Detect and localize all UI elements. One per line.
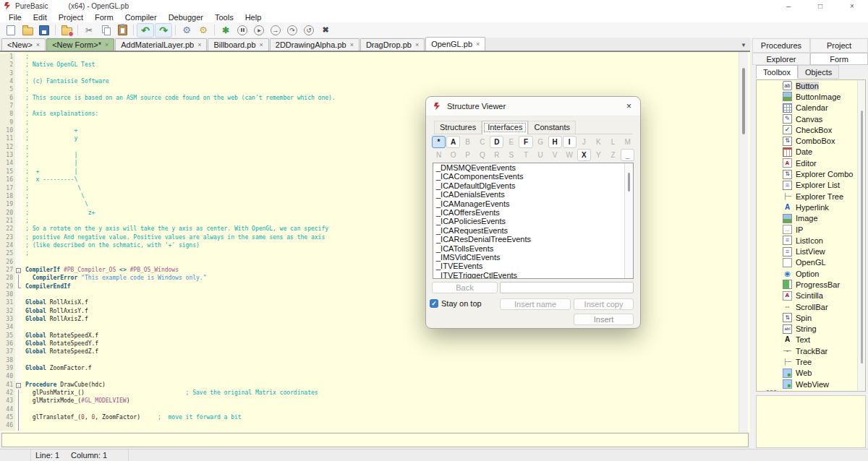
alphabet-filter-button[interactable]: T [519,149,532,161]
code-line[interactable]: 41Procedure DrawCube(hdc) [0,382,750,389]
list-scrollbar[interactable] [624,163,633,278]
step-over-button[interactable] [284,24,300,37]
menu-item[interactable]: Project [53,13,89,22]
alphabet-filter-button[interactable]: V [548,149,562,161]
stay-on-top-checkbox[interactable] [430,299,438,308]
dialog-tab[interactable]: Structures [434,121,482,134]
list-item[interactable]: _ICAPoliciesEvents [433,217,633,225]
toolbox-item[interactable]: CheckBox [757,124,865,135]
menu-item[interactable]: Help [239,13,268,22]
dialog-tab[interactable]: Constants [528,121,576,134]
tab-close-icon[interactable]: × [197,41,201,48]
alphabet-filter-button[interactable]: R [490,149,503,161]
alphabet-filter-button[interactable]: P [461,149,475,161]
debugger-button[interactable] [218,24,234,37]
alphabet-filter-button[interactable]: * [432,136,446,148]
paste-button[interactable] [114,24,130,37]
save-file-button[interactable] [36,24,52,37]
tab-close-icon[interactable]: × [36,41,40,48]
fold-marker-icon[interactable] [15,382,22,389]
minimize-button[interactable]: – [773,0,804,12]
toolbox-item[interactable]: Calendar [757,103,865,113]
toolbox-item[interactable]: ComboBox [757,135,865,146]
alphabet-filter-button[interactable]: Z [606,149,620,161]
open-file-button[interactable] [20,24,35,37]
scrollbar-thumb[interactable] [742,68,745,134]
alphabet-filter-button[interactable]: M [621,136,634,148]
menu-item[interactable]: Edit [27,13,53,22]
alphabet-filter-button[interactable]: J [577,136,591,148]
panel-tab[interactable]: Form [810,53,868,65]
toolbox-item[interactable]: ButtonImage [757,91,865,102]
panel-tab[interactable]: Objects [798,65,839,79]
editor-tab[interactable]: 2DDrawingAlpha.pb× [270,38,359,51]
menu-item[interactable]: Tools [209,13,239,22]
alphabet-filter-button[interactable]: Y [592,149,605,161]
toolbox-item[interactable]: String [757,324,865,335]
new-file-button[interactable] [3,24,19,37]
tab-close-icon[interactable]: × [105,41,109,48]
toolbox-item[interactable]: Canvas [757,113,865,124]
alphabet-filter-button[interactable]: G [534,136,548,148]
menu-item[interactable]: Compiler [119,13,163,22]
code-line[interactable]: 40 [0,373,750,381]
code-line[interactable]: 36Global RotateSpeedY.f [0,340,750,348]
toolbox-item[interactable]: ListIcon [757,235,865,246]
toolbox-item[interactable]: TrackBar [757,345,865,356]
toolbox-item[interactable]: Image [757,213,865,224]
toolbox-item[interactable]: Container [757,389,865,392]
alphabet-filter-button[interactable]: A [446,136,460,148]
alphabet-filter-button[interactable]: N [432,149,446,161]
toolbox-item[interactable]: Spin [757,312,865,323]
alphabet-filter-button[interactable]: C [475,136,489,148]
code-line[interactable]: 4; (c) Fantaisie Software [0,78,750,86]
alphabet-filter-button[interactable]: I [563,136,576,148]
toolbox-item[interactable]: IP [757,224,865,235]
kill-button[interactable] [318,24,333,37]
code-line[interactable]: 2; Native OpenGL Test [0,61,750,69]
toolbox-item[interactable]: Editor [757,158,865,168]
alphabet-filter-button[interactable]: K [592,136,605,148]
filter-input[interactable] [500,282,634,293]
syntax-check-button[interactable] [195,24,211,37]
toolbox-item[interactable]: Hyperlink [757,202,865,212]
toolbox-item[interactable]: Option [757,268,865,279]
alphabet-filter-button[interactable]: E [504,136,518,148]
alphabet-filter-button[interactable]: S [504,149,518,161]
panel-tab[interactable]: Explorer [752,53,810,65]
editor-tab[interactable]: AddMaterialLayer.pb× [115,38,207,51]
maximize-button[interactable]: □ [804,0,836,12]
scrollbar-thumb[interactable] [861,111,863,363]
dialog-close-icon[interactable]: × [626,101,631,111]
step-out-button[interactable] [301,24,317,37]
toolbox-item[interactable]: Button [757,80,865,91]
alphabet-filter-button[interactable]: F [519,136,532,148]
code-line[interactable]: 37Global RotateSpeedZ.f [0,348,750,356]
cut-button[interactable] [81,24,97,37]
list-item[interactable]: _IMSVidCtlEvents [433,253,633,262]
back-button[interactable]: Back [432,282,498,293]
tab-close-icon[interactable]: × [476,40,480,48]
alphabet-filter-button[interactable]: U [534,149,548,161]
pause-button[interactable] [234,24,250,37]
alphabet-filter-button[interactable]: O [446,149,460,161]
alphabet-filter-button[interactable]: W [563,149,576,161]
code-line[interactable]: 1; [0,53,750,61]
redo-button[interactable] [155,23,172,38]
insert-name-button[interactable]: Insert name [500,298,571,310]
menu-item[interactable]: Debugger [163,13,209,22]
editor-tab[interactable]: <New Form>*× [46,38,114,51]
panel-tab[interactable]: Project [810,38,868,53]
toolbox-item[interactable]: OpenGL [757,257,865,268]
code-line[interactable]: 38 [0,357,750,365]
scrollbar-thumb[interactable] [628,173,630,191]
menu-item[interactable]: Form [89,13,119,22]
toolbox-item[interactable]: Explorer Tree [757,191,865,202]
compile-run-button[interactable] [179,24,195,37]
list-item[interactable]: _DMSMQEventEvents [433,163,633,172]
toolbox-item[interactable]: Text [757,335,865,345]
list-item[interactable]: _ICAManagerEvents [433,199,633,208]
dialog-title-bar[interactable]: Structure Viewer × [426,97,640,116]
alphabet-filter-button[interactable]: Q [475,149,489,161]
dialog-tab[interactable]: Interfaces [482,121,528,134]
